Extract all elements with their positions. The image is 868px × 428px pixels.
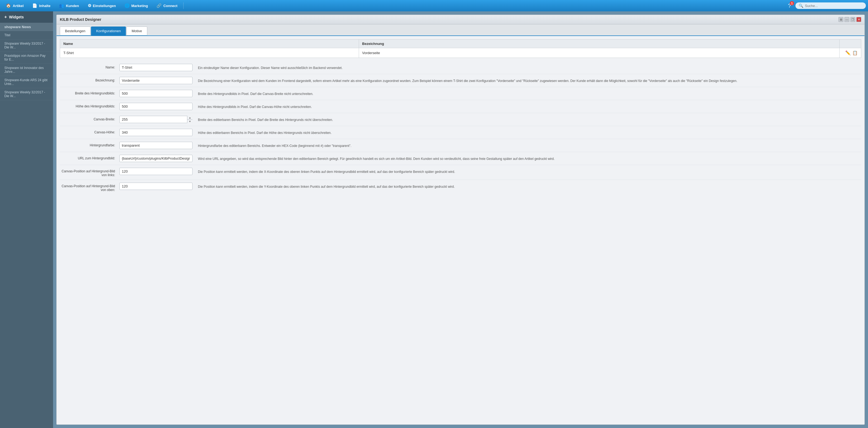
sidebar-item-weekly32[interactable]: Shopware Weekly 32/2017 - Die W... (0, 88, 53, 100)
form-hint-canvas-hoehe: Höhe des editierbaren Bereichs in Pixel.… (192, 129, 861, 135)
form-label-hintergrund-hoehe: Höhe des Hintergrundbilds: (60, 103, 119, 108)
form-row-hintergrundfarbe: Hintergrundfarbe: Hintergrundfarbe des e… (60, 139, 861, 152)
sidebar-section-title: shopware News (0, 23, 53, 31)
form-label-url-hintergrundbild: URL zum Hintergrundbild: (60, 155, 119, 160)
tab-bestellungen[interactable]: Bestellungen (60, 27, 90, 35)
form-hint-hintergrund-breite: Breite des Hintergrundbilds in Pixel. Da… (192, 90, 861, 96)
nav-artikel[interactable]: 🏠 Artikel (2, 2, 27, 10)
form-input-wrap-hintergrundfarbe (119, 142, 192, 149)
top-navigation: 🏠 Artikel 📄 Inhalte 👥 Kunden ⚙ Einstellu… (0, 0, 868, 11)
canvas-hoehe-input[interactable] (119, 129, 192, 136)
name-input[interactable] (119, 64, 192, 71)
marketing-icon: 🌐 (125, 3, 130, 8)
nav-einstellungen[interactable]: ⚙ Einstellungen (84, 2, 120, 10)
edit-icon[interactable]: ✏️ (845, 50, 851, 56)
form-label-canvas-breite: Canvas-Breite: (60, 116, 119, 121)
bezeichnung-input[interactable] (119, 77, 192, 84)
artikel-icon: 🏠 (6, 3, 11, 8)
window-minimize-button[interactable]: — (844, 17, 849, 22)
content-area: KILB Product Designer ⊞ — ❐ ✕ (53, 11, 868, 428)
form-hint-canvas-breite: Breite des editierbaren Bereichs in Pixe… (192, 116, 861, 122)
form-row-hintergrund-breite: Breite des Hintergrundbilds: Breite des … (60, 87, 861, 100)
plugin-title-bar: KILB Product Designer ⊞ — ❐ ✕ (57, 15, 865, 24)
search-input[interactable] (805, 4, 863, 8)
form-row-url-hintergrundbild: URL zum Hintergrundbild: Wird eine URL a… (60, 152, 861, 165)
form-input-wrap-hintergrund-hoehe (119, 103, 192, 110)
sidebar-item-innovator[interactable]: Shopware ist Innovator des Jahre... (0, 64, 53, 76)
canvas-breite-spinner: ▲ ▼ (119, 116, 192, 123)
sidebar: + Widgets shopware News Titel Shopware W… (0, 11, 53, 428)
scroll-area[interactable]: Name Bezeichnung T-Shirt Vorderseite (57, 36, 865, 198)
form-row-canvas-pos-oben: Canvas-Position auf Hintergrund-Bild von… (60, 180, 861, 195)
window-restore-button[interactable]: ❐ (850, 17, 855, 22)
form-label-canvas-pos-oben: Canvas-Position auf Hintergrund-Bild von… (60, 183, 119, 192)
table-cell-bezeichnung: Vorderseite (359, 48, 839, 58)
form-input-wrap-bezeichnung (119, 77, 192, 84)
widgets-add-button[interactable]: + Widgets (0, 11, 53, 23)
canvas-breite-input[interactable] (119, 116, 192, 123)
hintergrund-breite-input[interactable] (119, 90, 192, 97)
form-row-hintergrund-hoehe: Höhe des Hintergrundbilds: Höhe des Hint… (60, 100, 861, 113)
sidebar-item-praxistipps[interactable]: Praxistipps von Amazon Pay für E... (0, 52, 53, 64)
form-input-wrap-canvas-hoehe (119, 129, 192, 136)
form-label-name: Name: (60, 64, 119, 69)
sidebar-item-weekly33[interactable]: Shopware Weekly 33/2017 - Die W... (0, 39, 53, 52)
tabs-bar: Bestellungen Konfigurationen Motive (57, 24, 865, 36)
table-header-actions (840, 39, 861, 48)
canvas-pos-links-input[interactable] (119, 168, 192, 175)
nav-kunden[interactable]: 👥 Kunden (55, 2, 83, 10)
spinner-down-button[interactable]: ▼ (187, 120, 192, 123)
search-box: 🔍 (796, 2, 866, 9)
copy-icon[interactable]: 📋 (852, 50, 858, 56)
form-label-hintergrundfarbe: Hintergrundfarbe: (60, 142, 119, 147)
form-input-wrap-canvas-pos-oben (119, 183, 192, 190)
kunden-icon: 👥 (59, 3, 64, 8)
hintergrundfarbe-input[interactable] (119, 142, 192, 149)
spinner-up-button[interactable]: ▲ (187, 116, 192, 120)
nav-inhalte[interactable]: 📄 Inhalte (28, 2, 54, 10)
tab-motive[interactable]: Motive (126, 27, 147, 35)
sidebar-item-titel[interactable]: Titel (0, 31, 53, 39)
form-row-canvas-pos-links: Canvas-Position auf Hintergrund-Bild von… (60, 165, 861, 180)
help-button[interactable]: ? 1 (786, 2, 793, 9)
nav-connect[interactable]: 🔗 Connect (153, 2, 181, 10)
main-layout: + Widgets shopware News Titel Shopware W… (0, 11, 868, 428)
form-hint-canvas-pos-links: Die Position kann ermittelt werden, inde… (192, 168, 861, 174)
window-maximize-button[interactable]: ⊞ (838, 17, 843, 22)
nav-search-area: ? 1 🔍 (786, 2, 866, 9)
form-label-bezeichnung: Bezeichnung: (60, 77, 119, 82)
detail-form: Name: Ein eindeutiger Name dieser Konfig… (57, 61, 865, 198)
form-input-wrap-url-hintergrundbild (119, 155, 192, 162)
form-input-wrap-name (119, 64, 192, 71)
einstellungen-icon: ⚙ (88, 3, 91, 8)
url-hintergrundbild-input[interactable] (119, 155, 192, 162)
form-hint-bezeichnung: Die Bezeichnung einer Konfiguration wird… (192, 77, 861, 83)
hintergrund-hoehe-input[interactable] (119, 103, 192, 110)
plugin-controls: ⊞ — ❐ ✕ (838, 17, 861, 22)
sidebar-item-ars24[interactable]: Shopware-Kunde ARS 24 gibt Unte... (0, 76, 53, 88)
canvas-pos-oben-input[interactable] (119, 183, 192, 190)
form-row-canvas-hoehe: Canvas-Höhe: Höhe des editierbaren Berei… (60, 126, 861, 139)
plus-icon: + (4, 14, 7, 20)
spinner-arrows: ▲ ▼ (187, 116, 192, 123)
table-row-actions: ✏️ 📋 (843, 50, 858, 56)
plugin-title: KILB Product Designer (60, 17, 101, 22)
help-badge: 1 (790, 1, 794, 5)
table-cell-actions: ✏️ 📋 (840, 48, 861, 58)
form-hint-canvas-pos-oben: Die Position kann ermittelt werden, inde… (192, 183, 861, 189)
window-close-button[interactable]: ✕ (856, 17, 861, 22)
form-label-canvas-hoehe: Canvas-Höhe: (60, 129, 119, 134)
table-header-name: Name (60, 39, 359, 48)
konfigurationen-table: Name Bezeichnung T-Shirt Vorderseite (60, 39, 861, 58)
form-input-wrap-canvas-breite: ▲ ▼ (119, 116, 192, 123)
inhalte-icon: 📄 (32, 3, 37, 8)
table-wrap: Name Bezeichnung T-Shirt Vorderseite (57, 36, 865, 61)
form-hint-url-hintergrundbild: Wird eine URL angegeben, so wird das ent… (192, 155, 861, 161)
form-hint-hintergrundfarbe: Hintergrundfarbe des editierbaren Bereic… (192, 142, 861, 148)
nav-marketing[interactable]: 🌐 Marketing (121, 2, 152, 10)
connect-icon: 🔗 (156, 3, 162, 8)
plugin-window: KILB Product Designer ⊞ — ❐ ✕ (56, 14, 865, 425)
table-row: T-Shirt Vorderseite ✏️ 📋 (60, 48, 861, 58)
form-input-wrap-hintergrund-breite (119, 90, 192, 97)
tab-konfigurationen[interactable]: Konfigurationen (91, 27, 126, 35)
